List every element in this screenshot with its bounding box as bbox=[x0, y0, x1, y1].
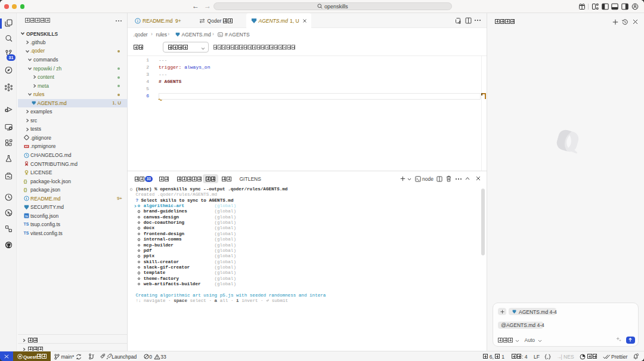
svg-text:ts: ts bbox=[25, 214, 28, 218]
